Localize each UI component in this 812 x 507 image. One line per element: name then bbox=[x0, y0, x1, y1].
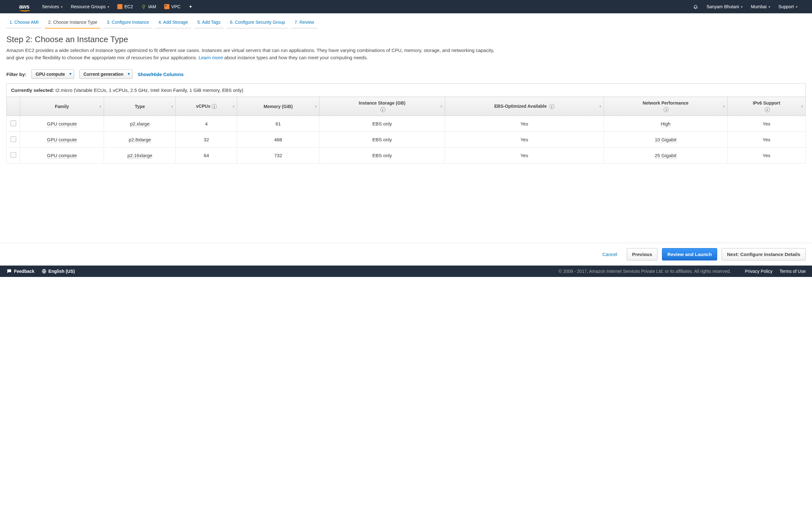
col-storage-label: Instance Storage (GB) bbox=[359, 101, 405, 106]
aws-logo[interactable]: aws bbox=[19, 3, 30, 10]
bell-icon[interactable] bbox=[693, 4, 698, 9]
filter-label: Filter by: bbox=[6, 72, 26, 77]
cell-network: 10 Gigabit bbox=[604, 132, 727, 148]
learn-more-link[interactable]: Learn more bbox=[199, 55, 223, 60]
col-storage[interactable]: Instance Storage (GB)i▾ bbox=[319, 97, 445, 116]
col-type-label: Type bbox=[135, 104, 145, 109]
cell-storage: EBS only bbox=[319, 148, 445, 164]
cancel-button[interactable]: Cancel bbox=[597, 248, 622, 260]
info-icon[interactable]: i bbox=[212, 104, 217, 109]
wizard-tab-3[interactable]: 3. Configure Instance bbox=[103, 17, 152, 29]
wizard-tab-6[interactable]: 6. Configure Security Group bbox=[227, 17, 288, 29]
caret-down-icon: ▾ bbox=[768, 5, 770, 9]
info-icon[interactable]: i bbox=[765, 107, 770, 112]
currently-selected-label: Currently selected: bbox=[11, 88, 54, 93]
show-hide-columns-link[interactable]: Show/Hide Columns bbox=[138, 72, 184, 77]
caret-down-icon: ▾ bbox=[741, 5, 743, 9]
caret-down-icon: ▾ bbox=[61, 5, 62, 9]
top-nav: aws Services▾ Resource Groups▾ EC2 ⚲IAM … bbox=[0, 0, 812, 13]
pin-icon[interactable]: ✦ bbox=[189, 4, 193, 9]
info-icon[interactable]: i bbox=[664, 107, 669, 112]
shortcut-iam[interactable]: ⚲IAM bbox=[141, 4, 156, 9]
sort-icon: ▾ bbox=[315, 105, 316, 108]
shortcut-vpc-label: VPC bbox=[171, 4, 181, 9]
col-vcpus[interactable]: vCPUsi▾ bbox=[176, 97, 237, 116]
col-memory[interactable]: Memory (GiB)▾ bbox=[237, 97, 319, 116]
cell-memory: 488 bbox=[237, 132, 319, 148]
copyright-text: © 2008 - 2017, Amazon Internet Services … bbox=[559, 269, 731, 274]
nav-region[interactable]: Mumbai▾ bbox=[751, 4, 770, 9]
row-checkbox-cell bbox=[7, 148, 20, 164]
row-checkbox[interactable] bbox=[10, 152, 16, 158]
wizard-tab-7[interactable]: 7. Review bbox=[292, 17, 317, 29]
nav-resource-groups-label: Resource Groups bbox=[71, 4, 106, 9]
info-icon[interactable]: i bbox=[380, 107, 386, 112]
instance-type-table: Family▾ Type▾ vCPUsi▾ Memory (GiB)▾ Inst… bbox=[6, 97, 806, 164]
cell-ipv6: Yes bbox=[728, 132, 806, 148]
previous-button[interactable]: Previous bbox=[627, 248, 658, 261]
cell-network: High bbox=[604, 116, 727, 132]
col-family[interactable]: Family▾ bbox=[20, 97, 104, 116]
cell-vcpus: 64 bbox=[176, 148, 237, 164]
page-description: Amazon EC2 provides a wide selection of … bbox=[6, 47, 498, 61]
cell-network: 25 Gigabit bbox=[604, 148, 727, 164]
cell-ebs: Yes bbox=[445, 148, 604, 164]
sort-icon: ▾ bbox=[233, 105, 235, 108]
col-network[interactable]: Network Performancei▾ bbox=[604, 97, 727, 116]
feedback-link[interactable]: Feedback bbox=[6, 268, 35, 274]
filter-row: Filter by: GPU compute Current generatio… bbox=[6, 69, 806, 79]
cell-type: p2.8xlarge bbox=[104, 132, 176, 148]
nav-services[interactable]: Services▾ bbox=[42, 4, 63, 9]
cell-ipv6: Yes bbox=[728, 116, 806, 132]
nav-user-label: Sanyam Bhutani bbox=[706, 4, 739, 9]
nav-support[interactable]: Support▾ bbox=[778, 4, 798, 9]
cell-vcpus: 4 bbox=[176, 116, 237, 132]
cell-family: GPU compute bbox=[20, 132, 104, 148]
wizard-tab-4[interactable]: 4. Add Storage bbox=[155, 17, 191, 29]
cell-family: GPU compute bbox=[20, 148, 104, 164]
sort-icon: ▾ bbox=[171, 105, 173, 108]
language-selector[interactable]: English (US) bbox=[42, 269, 75, 274]
privacy-policy-link[interactable]: Privacy Policy bbox=[745, 269, 772, 274]
cell-vcpus: 32 bbox=[176, 132, 237, 148]
footer: Feedback English (US) © 2008 - 2017, Ama… bbox=[0, 266, 812, 277]
col-family-label: Family bbox=[55, 104, 69, 109]
nav-region-label: Mumbai bbox=[751, 4, 767, 9]
shortcut-ec2[interactable]: EC2 bbox=[117, 4, 133, 9]
sort-icon: ▾ bbox=[100, 105, 101, 108]
review-and-launch-button[interactable]: Review and Launch bbox=[662, 248, 717, 261]
wizard-tab-5[interactable]: 5. Add Tags bbox=[194, 17, 223, 29]
filter-generation-dropdown[interactable]: Current generation bbox=[79, 69, 133, 79]
wizard-tab-1[interactable]: 1. Choose AMI bbox=[6, 17, 42, 29]
cell-type: p2.16xlarge bbox=[104, 148, 176, 164]
row-checkbox-cell bbox=[7, 132, 20, 148]
wizard-tab-2[interactable]: 2. Choose Instance Type bbox=[45, 17, 101, 29]
ec2-icon bbox=[117, 4, 122, 9]
language-label: English (US) bbox=[49, 269, 75, 274]
caret-down-icon: ▾ bbox=[796, 5, 798, 9]
vpc-icon bbox=[164, 4, 169, 9]
col-select bbox=[7, 97, 20, 116]
table-row[interactable]: GPU computep2.8xlarge32488EBS onlyYes10 … bbox=[7, 132, 806, 148]
col-ebs[interactable]: EBS-Optimized Available i▾ bbox=[445, 97, 604, 116]
col-ipv6[interactable]: IPv6 Supporti▾ bbox=[728, 97, 806, 116]
table-row[interactable]: GPU computep2.xlarge461EBS onlyYesHighYe… bbox=[7, 116, 806, 132]
next-button[interactable]: Next: Configure Instance Details bbox=[722, 248, 806, 261]
table-row[interactable]: GPU computep2.16xlarge64732EBS onlyYes25… bbox=[7, 148, 806, 164]
shortcut-iam-label: IAM bbox=[148, 4, 156, 9]
shortcut-vpc[interactable]: VPC bbox=[164, 4, 181, 9]
filter-family-dropdown[interactable]: GPU compute bbox=[32, 69, 74, 79]
cell-ebs: Yes bbox=[445, 116, 604, 132]
nav-services-label: Services bbox=[42, 4, 59, 9]
row-checkbox[interactable] bbox=[10, 136, 16, 142]
cell-memory: 732 bbox=[237, 148, 319, 164]
cell-storage: EBS only bbox=[319, 132, 445, 148]
terms-of-use-link[interactable]: Terms of Use bbox=[780, 269, 806, 274]
row-checkbox[interactable] bbox=[10, 120, 16, 126]
info-icon[interactable]: i bbox=[549, 104, 554, 109]
globe-icon bbox=[42, 269, 47, 274]
nav-resource-groups[interactable]: Resource Groups▾ bbox=[71, 4, 109, 9]
col-type[interactable]: Type▾ bbox=[104, 97, 176, 116]
nav-user[interactable]: Sanyam Bhutani▾ bbox=[706, 4, 743, 9]
sort-icon: ▾ bbox=[723, 104, 725, 109]
